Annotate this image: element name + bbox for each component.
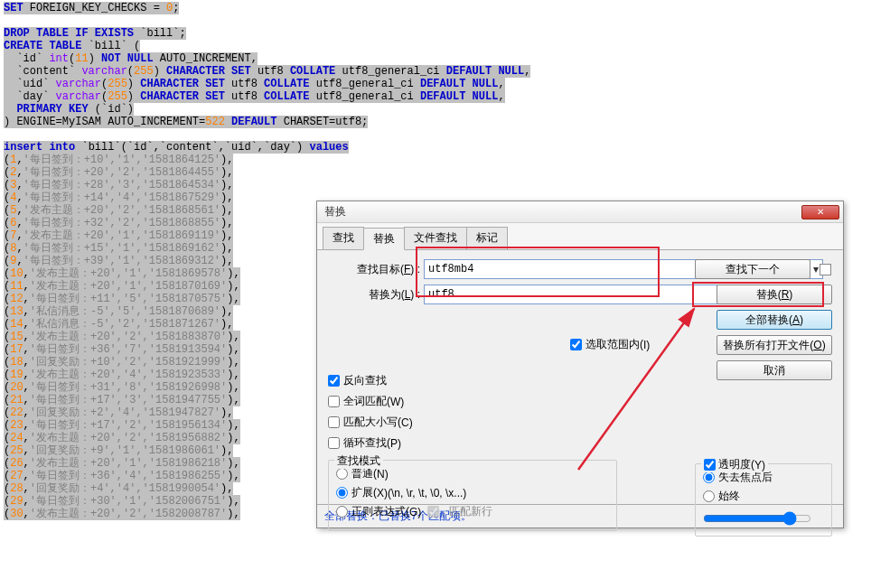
tab-replace[interactable]: 替换 <box>363 228 405 250</box>
close-button[interactable]: ✕ <box>801 205 839 219</box>
search-mode-title: 查找模式 <box>334 453 383 469</box>
transparency-title[interactable]: 透明度(Y) <box>701 457 768 472</box>
trans-always-radio[interactable]: 始终 <box>703 489 824 504</box>
transparency-group: 透明度(Y) 失去焦点后 始终 <box>695 463 832 537</box>
tab-find[interactable]: 查找 <box>323 227 364 249</box>
replace-all-button[interactable]: 全部替换(A) <box>717 310 832 330</box>
close-icon: ✕ <box>817 207 824 217</box>
dot-newline-checkbox <box>427 506 439 518</box>
find-target-label: 查找目标(F) : <box>328 262 424 277</box>
replace-with-label: 替换为(L) : <box>328 287 424 303</box>
transparency-slider[interactable] <box>703 511 811 526</box>
replace-all-open-button[interactable]: 替换所有打开文件(O) <box>717 335 832 355</box>
replace-button[interactable]: 替换(R) <box>717 285 832 304</box>
tab-strip: 查找 替换 文件查找 标记 <box>317 223 843 250</box>
backward-checkbox[interactable]: 反向查找 <box>328 373 617 388</box>
mode-regex-radio[interactable]: 正则表达式(G) . 匹配新行 <box>336 504 609 519</box>
search-mode-group: 查找模式 普通(N) 扩展(X) (\n, \r, \t, \0, \x...)… <box>328 460 617 531</box>
find-next-button[interactable]: 查找下一个 <box>695 259 810 279</box>
tab-findinfiles[interactable]: 文件查找 <box>404 227 467 249</box>
wrap-checkbox[interactable]: 循环查找(P) <box>328 435 617 451</box>
replace-dialog: 替换 ✕ 查找 替换 文件查找 标记 查找目标(F) : ▾ 替换为(L) : … <box>316 201 844 528</box>
match-case-checkbox[interactable]: 匹配大小写(C) <box>328 415 617 430</box>
in-selection-checkbox[interactable]: 选取范围内(I) <box>570 337 697 352</box>
whole-word-checkbox[interactable]: 全词匹配(W) <box>328 394 617 409</box>
dialog-title: 替换 <box>321 204 801 219</box>
tab-mark[interactable]: 标记 <box>466 227 508 249</box>
cancel-button[interactable]: 取消 <box>717 360 832 380</box>
dialog-titlebar[interactable]: 替换 ✕ <box>317 201 843 223</box>
mode-extended-radio[interactable]: 扩展(X) (\n, \r, \t, \0, \x...) <box>336 485 609 500</box>
find-next-extra-checkbox[interactable] <box>820 264 831 275</box>
